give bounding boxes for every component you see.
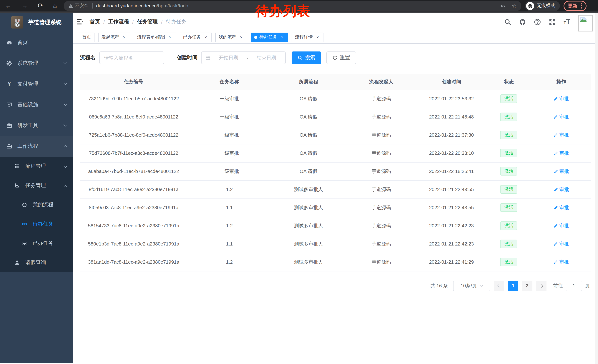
sidebar-item-task-mgmt[interactable]: 任务管理 — [0, 176, 73, 195]
sidebar-item-system[interactable]: 系统管理 — [0, 53, 73, 74]
approve-label: 审批 — [559, 132, 569, 138]
sidebar-item-infra[interactable]: 基础设施 — [0, 94, 73, 115]
sidebar-item-process-mgmt[interactable]: 流程管理 — [0, 157, 73, 176]
page-button-1[interactable]: 1 — [508, 281, 518, 291]
tab-my-process[interactable]: 我的流程 — [215, 32, 247, 42]
avatar[interactable] — [578, 15, 593, 32]
col-created: 创建时间 — [417, 74, 486, 90]
refresh-icon — [332, 55, 338, 60]
key-icon[interactable] — [500, 3, 506, 8]
tab-form-edit[interactable]: 流程表单-编辑 — [134, 32, 176, 42]
page-scrollbar[interactable] — [595, 13, 598, 364]
broken-image-icon — [580, 16, 587, 24]
approve-link[interactable]: 审批 — [553, 259, 569, 265]
sidebar: 🐰 芋道管理系统 首页 系统管理 ¥ 支付管理 基础设施 — [0, 13, 73, 363]
gear-icon — [6, 60, 12, 66]
next-page-button[interactable] — [536, 281, 547, 291]
breadcrumb-task-mgmt[interactable]: 任务管理 — [137, 18, 158, 25]
approve-label: 审批 — [559, 113, 569, 120]
tab-label: 待办任务 — [259, 34, 277, 40]
reset-button[interactable]: 重置 — [326, 51, 356, 64]
chevron-down-icon — [64, 164, 67, 168]
sidebar-item-todo-tasks[interactable]: 待办任务 — [0, 214, 73, 234]
browser-menu-icon[interactable] — [581, 3, 582, 8]
breadcrumb-workflow[interactable]: 工作流程 — [108, 18, 129, 25]
breadcrumb-home[interactable]: 首页 — [90, 18, 100, 25]
not-secure-label: 不安全 — [75, 3, 88, 9]
cell-task-name: 1.2 — [187, 180, 272, 198]
approve-link[interactable]: 审批 — [553, 222, 569, 229]
omnibox-divider — [92, 3, 92, 8]
fullscreen-icon[interactable] — [549, 18, 556, 25]
approve-link[interactable]: 审批 — [553, 132, 569, 138]
search-icon[interactable] — [505, 18, 512, 25]
cell-created: 2022-01-21 22:43:55 — [417, 198, 486, 217]
close-icon[interactable] — [167, 35, 173, 40]
approve-link[interactable]: 审批 — [553, 95, 569, 102]
approve-link[interactable]: 审批 — [553, 168, 569, 175]
font-size-icon[interactable]: TT — [564, 19, 570, 25]
sidebar-item-done-tasks[interactable]: 已办任务 — [0, 234, 73, 253]
sidebar-item-label: 请假查询 — [25, 259, 46, 266]
cell-process: 测试多审批人 — [271, 198, 346, 217]
date-range-picker[interactable]: 开始日期 - 结束日期 — [201, 51, 286, 64]
table-row: 580e1b3d-7ac8-11ec-a9e2-a2380e71991a 1.1… — [80, 235, 590, 253]
prev-page-button[interactable] — [494, 281, 504, 291]
sidebar-item-label: 基础设施 — [17, 101, 38, 108]
sidebar-item-devtools[interactable]: 研发工具 — [0, 115, 73, 136]
cell-starter: 芋道源码 — [346, 162, 417, 180]
close-icon[interactable] — [122, 35, 127, 40]
search-button[interactable]: 搜索 — [291, 51, 321, 64]
bookmark-star-icon[interactable]: ☆ — [512, 2, 517, 9]
approve-link[interactable]: 审批 — [553, 241, 569, 247]
briefcase-icon — [6, 143, 12, 149]
sidebar-collapse-icon[interactable] — [76, 18, 84, 25]
close-icon[interactable] — [315, 35, 320, 40]
help-icon[interactable] — [534, 18, 541, 25]
browser-back-icon[interactable]: ← — [5, 3, 11, 9]
sidebar-item-payment[interactable]: ¥ 支付管理 — [0, 74, 73, 94]
close-icon[interactable] — [279, 35, 284, 40]
create-time-label: 创建时间 — [177, 54, 198, 61]
approve-link[interactable]: 审批 — [553, 150, 569, 156]
browser-update-button[interactable]: 更新 — [563, 0, 586, 11]
browser-home-icon[interactable]: ⌂ — [53, 3, 57, 9]
github-icon[interactable] — [519, 18, 526, 25]
page-button-2[interactable]: 2 — [522, 281, 532, 291]
cell-task-name: 一级审批 — [187, 90, 272, 108]
cell-starter: 芋道源码 — [346, 198, 417, 217]
tab-home[interactable]: 首页 — [79, 32, 94, 42]
goto-page-input[interactable] — [566, 281, 582, 291]
chevron-up-icon — [64, 145, 67, 149]
page-size-select[interactable]: 10条/页 — [453, 281, 490, 291]
logo-row[interactable]: 🐰 芋道管理系统 — [0, 13, 73, 32]
browser-forward-icon[interactable]: → — [22, 3, 28, 9]
approve-label: 审批 — [559, 168, 569, 175]
close-icon[interactable] — [239, 35, 244, 40]
cell-created: 2022-01-21 22:42:23 — [417, 235, 486, 253]
approve-link[interactable]: 审批 — [553, 113, 569, 120]
tab-start-process[interactable]: 发起流程 — [98, 32, 130, 42]
process-name-input[interactable] — [99, 51, 164, 64]
sidebar-item-home[interactable]: 首页 — [0, 32, 73, 53]
approve-link[interactable]: 审批 — [553, 186, 569, 193]
sidebar-item-my-process[interactable]: 我的流程 — [0, 195, 73, 214]
approve-link[interactable]: 审批 — [553, 204, 569, 211]
table-row: 8f0d1619-7ac8-11ec-a9e2-a2380e71991a 1.2… — [80, 180, 590, 198]
cell-task-name: 1.1 — [187, 235, 272, 253]
tab-done-tasks[interactable]: 已办任务 — [180, 32, 212, 42]
tab-process-detail[interactable]: 流程详情 — [291, 32, 324, 42]
cell-task-id: 069c6a63-7b8a-11ec-8ef0-acde48001122 — [80, 108, 187, 126]
tab-label: 已办任务 — [183, 34, 201, 40]
cell-task-id: a6aba0a4-7b6d-11ec-b781-acde48001122 — [80, 162, 187, 180]
breadcrumb: 首页 / 工作流程 / 任务管理 / 待办任务 — [90, 18, 187, 25]
browser-reload-icon[interactable]: ⟳ — [38, 3, 43, 9]
edit-icon — [553, 187, 558, 192]
sidebar-item-leave-query[interactable]: 请假查询 — [0, 253, 73, 272]
cell-starter: 芋道源码 — [346, 235, 417, 253]
face-icon — [22, 202, 27, 208]
sidebar-item-workflow[interactable]: 工作流程 — [0, 136, 73, 157]
sidebar-item-label: 首页 — [17, 39, 28, 46]
tab-todo-tasks[interactable]: 待办任务 — [251, 32, 288, 42]
close-icon[interactable] — [203, 35, 208, 40]
